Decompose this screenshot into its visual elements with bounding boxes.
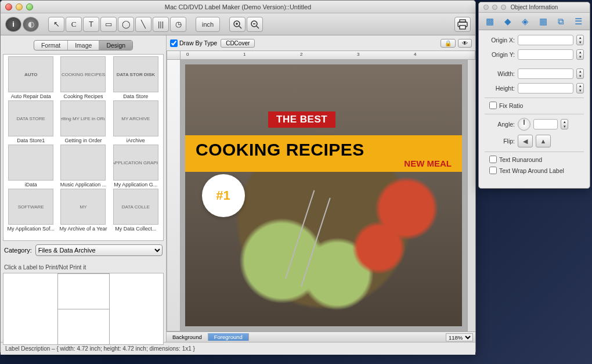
lock-button[interactable]: 🔒 <box>441 39 456 48</box>
template-name: Getting in Order <box>64 138 102 143</box>
print-hint: Click a Label to Print/Not Print it <box>3 263 164 273</box>
inspector-toolbar: ▩ ◆ ◈ ▦ ⧉ ☰ <box>479 13 590 30</box>
template-item[interactable]: SOFTWAREMy Application Sof... <box>5 189 56 232</box>
close-icon[interactable] <box>5 3 12 10</box>
template-item[interactable]: MYMy Archive of a Year <box>57 189 109 232</box>
template-item[interactable]: DATA STOREData Store1 <box>5 100 56 143</box>
svg-line-5 <box>257 26 259 28</box>
origin-x-field[interactable] <box>518 35 573 45</box>
inspector-titlebar[interactable]: Object Information <box>479 2 590 13</box>
print-preview-box[interactable] <box>3 273 164 345</box>
print-button[interactable] <box>454 17 471 32</box>
flip-horizontal-button[interactable]: ◀ <box>518 135 533 147</box>
text-wrap-checkbox[interactable]: Text Wrap Around Label <box>489 167 564 174</box>
main-titlebar[interactable]: Mac CD/DVD Label Maker (Demo Version)::U… <box>1 1 475 13</box>
width-stepper[interactable]: ▴▾ <box>576 69 584 79</box>
sidebar-tabs: Format Image Design <box>3 38 164 54</box>
info-button[interactable]: i <box>5 17 21 32</box>
angle-dial[interactable] <box>518 118 530 131</box>
status-text: Label Description – { width: 4.72 inch; … <box>5 345 195 352</box>
ruler-horizontal: 01234 <box>181 51 475 60</box>
tab-image[interactable]: Image <box>68 41 99 50</box>
template-name: Music Application ... <box>60 182 107 188</box>
zoom-select[interactable]: 118% <box>446 333 473 341</box>
template-name: Auto Repair Data <box>11 93 51 99</box>
origin-y-stepper[interactable]: ▴▾ <box>576 49 584 60</box>
headline-band[interactable]: COOKING RECIPES NEW MEAL <box>185 135 462 172</box>
shape-icon[interactable]: ◈ <box>518 15 532 28</box>
zoom-icon[interactable] <box>26 3 33 10</box>
draw-by-type-checkbox[interactable]: Draw By Type <box>170 39 217 47</box>
template-item[interactable]: AUTOAuto Repair Data <box>5 56 56 99</box>
arc-tool[interactable]: C <box>66 17 82 32</box>
template-thumbnail: COOKING RECIPES <box>60 56 106 92</box>
flip-vertical-button[interactable]: ▲ <box>536 135 551 147</box>
template-item[interactable]: Getting MY LIFE in ORderGetting in Order <box>57 100 109 143</box>
inspector-minimize-icon[interactable] <box>492 5 497 10</box>
template-thumbnail <box>8 145 53 181</box>
height-stepper[interactable]: ▴▾ <box>576 83 584 93</box>
template-name: My Data Collect... <box>115 226 156 232</box>
angle-field[interactable] <box>533 119 558 129</box>
pointer-tool[interactable]: ↖ <box>48 17 64 32</box>
angle-stepper[interactable]: ▴▾ <box>561 119 568 129</box>
template-item[interactable]: COOKING RECIPESCooking Recipes <box>57 56 109 99</box>
template-item[interactable]: MY ARCHIVEiArchive <box>110 100 161 143</box>
canvas-viewport[interactable]: THE BEST COOKING RECIPES NEW MEAL #1 <box>181 60 467 331</box>
template-thumbnail: DATA COLLE <box>113 189 158 225</box>
category-select[interactable]: Files & Data Archive <box>35 244 163 256</box>
rect-tool[interactable]: ▭ <box>100 17 117 32</box>
tab-format[interactable]: Format <box>34 41 68 50</box>
dial-tool[interactable]: ◷ <box>170 17 186 32</box>
distribute-icon[interactable]: ⧉ <box>554 15 568 28</box>
text-runaround-checkbox[interactable]: Text Runaround <box>489 156 542 163</box>
zoom-out-button[interactable] <box>247 17 263 32</box>
inspector-close-icon[interactable] <box>483 5 489 10</box>
zoom-in-button[interactable] <box>229 17 246 32</box>
line-tool[interactable]: ╲ <box>135 17 151 32</box>
template-item[interactable]: MY APPLICATION GRAPHICSMy Application G.… <box>110 145 161 188</box>
origin-x-stepper[interactable]: ▴▾ <box>576 35 584 45</box>
template-thumbnail: MY ARCHIVE <box>113 100 158 136</box>
template-browser[interactable]: AUTOAuto Repair DataCOOKING RECIPESCooki… <box>3 54 164 241</box>
fill-icon[interactable]: ▦ <box>536 15 550 28</box>
minimize-icon[interactable] <box>16 3 23 10</box>
layers-icon[interactable]: ☰ <box>572 15 586 28</box>
extrude-icon[interactable]: ◆ <box>501 15 515 28</box>
ellipse-tool[interactable]: ◯ <box>118 17 134 32</box>
label-artboard[interactable]: THE BEST COOKING RECIPES NEW MEAL #1 <box>185 64 462 326</box>
tab-design[interactable]: Design <box>99 41 132 50</box>
cube-icon[interactable]: ▩ <box>483 15 497 28</box>
vertical-scrollbar[interactable] <box>467 60 475 331</box>
template-thumbnail: Getting MY LIFE in ORder <box>60 100 106 136</box>
template-item[interactable]: DATA COLLEMy Data Collect... <box>110 189 161 232</box>
template-item[interactable]: DATA STOR DISKData Store <box>110 56 161 99</box>
text-tool[interactable]: T <box>83 17 99 32</box>
origin-y-field[interactable] <box>518 49 573 60</box>
template-item[interactable]: Music Application ... <box>57 145 109 188</box>
inspector-zoom-icon[interactable] <box>501 5 506 10</box>
tab-background[interactable]: Background <box>167 333 208 341</box>
mask-button[interactable]: ◐ <box>23 17 39 32</box>
ruler-corner <box>167 51 181 60</box>
template-thumbnail: DATA STORE <box>8 100 53 136</box>
unit-selector[interactable]: inch <box>196 17 220 32</box>
draw-by-type-input[interactable] <box>170 39 178 47</box>
print-slot-1[interactable] <box>57 273 110 309</box>
width-field[interactable] <box>518 69 573 79</box>
print-slot-2[interactable] <box>57 309 110 345</box>
template-thumbnail: MY APPLICATION GRAPHICS <box>113 145 158 181</box>
template-name: iData <box>25 182 37 188</box>
tab-foreground[interactable]: Foreground <box>208 333 249 341</box>
inspector-body: Origin X: ▴▾ Origin Y: ▴▾ Width: ▴▾ Heig… <box>479 30 590 188</box>
visibility-button[interactable]: 👁 <box>458 39 472 48</box>
red-band-text[interactable]: THE BEST <box>268 111 335 128</box>
flip-label: Flip: <box>485 138 515 145</box>
barcode-tool[interactable]: ||| <box>153 17 169 32</box>
cdcover-button[interactable]: CDCover <box>221 39 255 48</box>
height-field[interactable] <box>518 83 573 93</box>
rank-badge[interactable]: #1 <box>202 174 245 217</box>
width-label: Width: <box>485 70 515 77</box>
fix-ratio-checkbox[interactable]: Fix Ratio <box>489 102 523 109</box>
template-item[interactable]: iData <box>5 145 56 188</box>
